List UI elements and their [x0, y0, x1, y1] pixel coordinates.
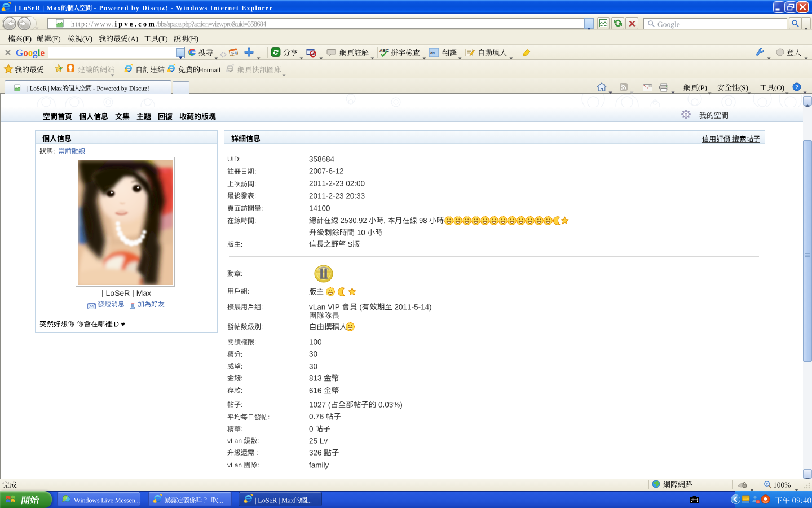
- svg-text:?: ?: [795, 84, 798, 90]
- svg-text:ABC: ABC: [379, 48, 389, 53]
- svg-text:âa: âa: [430, 50, 435, 55]
